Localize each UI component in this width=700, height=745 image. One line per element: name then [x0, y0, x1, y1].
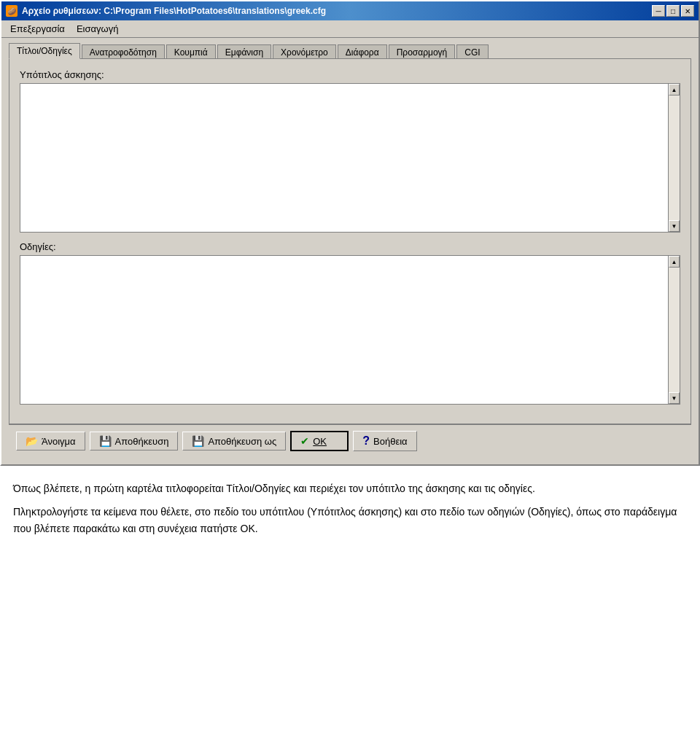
menu-item-insert[interactable]: Εισαγωγή — [71, 22, 124, 36]
tabs-row: Τίτλοι/Οδηγίες Ανατροφοδότηση Κουμπιά Εμ… — [9, 42, 691, 58]
title-bar: 🥔 Αρχείο ρυθμίσεων: C:\Program Files\Hot… — [1, 1, 699, 20]
instructions-textarea-container: ▲ ▼ — [20, 255, 680, 405]
open-button[interactable]: 📂 Άνοιγμα — [16, 432, 85, 450]
help-button[interactable]: ? Βοήθεια — [353, 431, 416, 451]
maximize-button[interactable]: □ — [666, 5, 680, 17]
open-icon: 📂 — [26, 435, 38, 447]
window-title: Αρχείο ρυθμίσεων: C:\Program Files\HotPo… — [22, 6, 326, 16]
tab-customization[interactable]: Προσαρμογή — [389, 44, 456, 60]
instructions-textarea[interactable] — [20, 256, 668, 402]
tab-feedback[interactable]: Ανατροφοδότηση — [82, 44, 165, 60]
bottom-paragraph-2: Πληκτρολογήστε τα κείμενα που θέλετε, στ… — [13, 504, 687, 537]
tab-misc[interactable]: Διάφορα — [338, 44, 387, 60]
instructions-field-group: Οδηγίες: ▲ ▼ — [20, 241, 680, 405]
main-window: 🥔 Αρχείο ρυθμίσεων: C:\Program Files\Hot… — [0, 0, 700, 466]
subtitle-scroll-up[interactable]: ▲ — [669, 84, 680, 95]
instructions-scroll-up[interactable]: ▲ — [669, 256, 680, 268]
title-bar-left: 🥔 Αρχείο ρυθμίσεων: C:\Program Files\Hot… — [6, 5, 326, 17]
help-icon: ? — [362, 434, 370, 448]
instructions-scroll-track — [669, 268, 680, 392]
instructions-scroll-down[interactable]: ▼ — [669, 392, 680, 404]
subtitle-scroll-track — [669, 95, 680, 220]
close-button[interactable]: ✕ — [681, 5, 694, 17]
ok-button[interactable]: ✔ OK — [290, 431, 349, 451]
minimize-button[interactable]: ─ — [652, 5, 665, 17]
subtitle-scrollbar[interactable]: ▲ ▼ — [668, 84, 680, 232]
menu-item-edit[interactable]: Επεξεργασία — [4, 22, 71, 36]
subtitle-scroll-down[interactable]: ▼ — [669, 220, 680, 232]
instructions-scrollbar[interactable]: ▲ ▼ — [668, 256, 680, 404]
subtitle-label: Υπότιτλος άσκησης: — [20, 69, 680, 80]
ok-icon: ✔ — [300, 435, 309, 447]
save-icon: 💾 — [99, 435, 112, 447]
toolbar: 📂 Άνοιγμα 💾 Αποθήκευση 💾 Αποθήκευση ως ✔… — [9, 424, 691, 457]
title-bar-controls: ─ □ ✕ — [652, 5, 694, 17]
tab-appearance[interactable]: Εμφάνιση — [217, 44, 271, 60]
subtitle-textarea-container: ▲ ▼ — [20, 83, 680, 233]
subtitle-field-group: Υπότιτλος άσκησης: ▲ ▼ — [20, 69, 680, 233]
bottom-paragraph-1: Όπως βλέπετε, η πρώτη καρτέλα τιτλοφορεί… — [13, 480, 687, 496]
app-icon: 🥔 — [6, 5, 18, 17]
save-button[interactable]: 💾 Αποθήκευση — [90, 432, 179, 450]
tab-cgi[interactable]: CGI — [456, 44, 488, 60]
tab-buttons[interactable]: Κουμπιά — [166, 44, 216, 60]
save-as-button[interactable]: 💾 Αποθήκευση ως — [182, 432, 286, 450]
menu-bar: Επεξεργασία Εισαγωγή — [1, 20, 699, 38]
instructions-label: Οδηγίες: — [20, 241, 680, 252]
tab-panel: Υπότιτλος άσκησης: ▲ ▼ Οδηγίες: ▲ — [9, 58, 691, 424]
content-area: Τίτλοι/Οδηγίες Ανατροφοδότηση Κουμπιά Εμ… — [1, 38, 699, 464]
bottom-text-section: Όπως βλέπετε, η πρώτη καρτέλα τιτλοφορεί… — [0, 466, 700, 551]
save-as-icon: 💾 — [192, 435, 204, 447]
tab-timer[interactable]: Χρονόμετρο — [273, 44, 336, 60]
subtitle-textarea[interactable] — [20, 84, 668, 230]
tab-titles-instructions[interactable]: Τίτλοι/Οδηγίες — [9, 43, 80, 59]
